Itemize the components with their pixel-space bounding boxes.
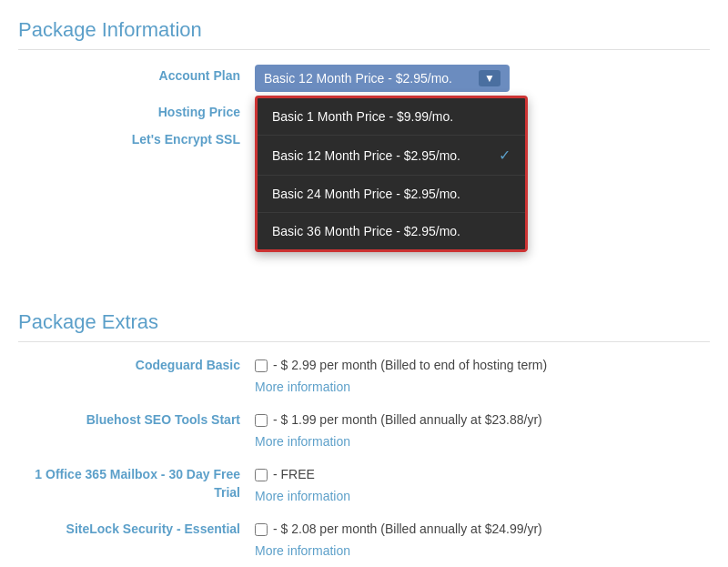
dropdown-option-1[interactable]: Basic 1 Month Price - $9.99/mo. xyxy=(258,98,525,136)
package-extras-title: Package Extras xyxy=(18,310,710,342)
dropdown-option-2[interactable]: Basic 12 Month Price - $2.95/mo. ✓ xyxy=(258,136,525,176)
hosting-price-label: Hosting Price xyxy=(18,101,255,119)
seo-checkbox[interactable] xyxy=(255,414,268,427)
office365-checkbox[interactable] xyxy=(255,469,268,481)
checkmark-icon: ✓ xyxy=(499,147,511,164)
sitelock-value: - $ 2.08 per month (Billed annually at $… xyxy=(255,521,710,561)
sitelock-checkbox-label[interactable]: - $ 2.08 per month (Billed annually at $… xyxy=(255,521,542,539)
codeguard-value: - $ 2.99 per month (Billed to end of hos… xyxy=(255,357,710,397)
ssl-label: Let's Encrypt SSL xyxy=(18,128,255,147)
sitelock-checkbox[interactable] xyxy=(255,523,268,536)
account-plan-row: Account Plan Basic 12 Month Price - $2.9… xyxy=(18,65,710,92)
seo-label: Bluehost SEO Tools Start xyxy=(18,411,255,430)
codeguard-checkbox[interactable] xyxy=(255,359,268,372)
sitelock-label: SiteLock Security - Essential xyxy=(18,521,255,539)
codeguard-more-info[interactable]: More information xyxy=(255,379,710,397)
plan-dropdown-selected-text: Basic 12 Month Price - $2.95/mo. xyxy=(264,71,452,86)
account-plan-label: Account Plan xyxy=(18,65,255,83)
dropdown-option-1-label: Basic 1 Month Price - $9.99/mo. xyxy=(272,109,453,124)
extras-seo-row: Bluehost SEO Tools Start - $ 1.99 per mo… xyxy=(18,411,710,451)
plan-dropdown-button[interactable]: Basic 12 Month Price - $2.95/mo. ▼ xyxy=(255,65,510,92)
extras-codeguard-row: Codeguard Basic - $ 2.99 per month (Bill… xyxy=(18,357,710,397)
dropdown-option-4-label: Basic 36 Month Price - $2.95/mo. xyxy=(272,224,460,238)
codeguard-description: - $ 2.99 per month (Billed to end of hos… xyxy=(273,357,547,375)
seo-description: - $ 1.99 per month (Billed annually at $… xyxy=(273,411,542,430)
package-extras-section: Package Extras Codeguard Basic - $ 2.99 … xyxy=(18,310,710,567)
office365-value: - FREE More information xyxy=(255,466,710,506)
dropdown-option-3-label: Basic 24 Month Price - $2.95/mo. xyxy=(272,187,460,201)
dropdown-option-4[interactable]: Basic 36 Month Price - $2.95/mo. xyxy=(258,213,525,249)
extras-office365-row: 1 Office 365 Mailbox - 30 Day Free Trial… xyxy=(18,466,710,506)
dropdown-option-2-label: Basic 12 Month Price - $2.95/mo. xyxy=(272,148,460,163)
office365-label: 1 Office 365 Mailbox - 30 Day Free Trial xyxy=(18,466,255,501)
sitelock-description: - $ 2.08 per month (Billed annually at $… xyxy=(273,521,542,539)
office365-more-info[interactable]: More information xyxy=(255,488,710,506)
seo-value: - $ 1.99 per month (Billed annually at $… xyxy=(255,411,710,451)
account-plan-value: Basic 12 Month Price - $2.95/mo. ▼ Basic… xyxy=(255,65,710,92)
sitelock-more-info[interactable]: More information xyxy=(255,542,710,561)
office365-checkbox-label[interactable]: - FREE xyxy=(255,466,315,484)
dropdown-arrow-icon: ▼ xyxy=(479,70,500,86)
codeguard-label: Codeguard Basic xyxy=(18,357,255,375)
page-title: Package Information xyxy=(18,18,710,50)
dropdown-option-3[interactable]: Basic 24 Month Price - $2.95/mo. xyxy=(258,176,525,213)
seo-checkbox-label[interactable]: - $ 1.99 per month (Billed annually at $… xyxy=(255,411,542,430)
plan-dropdown-panel: Basic 1 Month Price - $9.99/mo. Basic 12… xyxy=(255,96,528,252)
seo-more-info[interactable]: More information xyxy=(255,433,710,451)
extras-sitelock-row: SiteLock Security - Essential - $ 2.08 p… xyxy=(18,521,710,561)
office365-description: - FREE xyxy=(273,466,315,484)
codeguard-checkbox-label[interactable]: - $ 2.99 per month (Billed to end of hos… xyxy=(255,357,547,375)
